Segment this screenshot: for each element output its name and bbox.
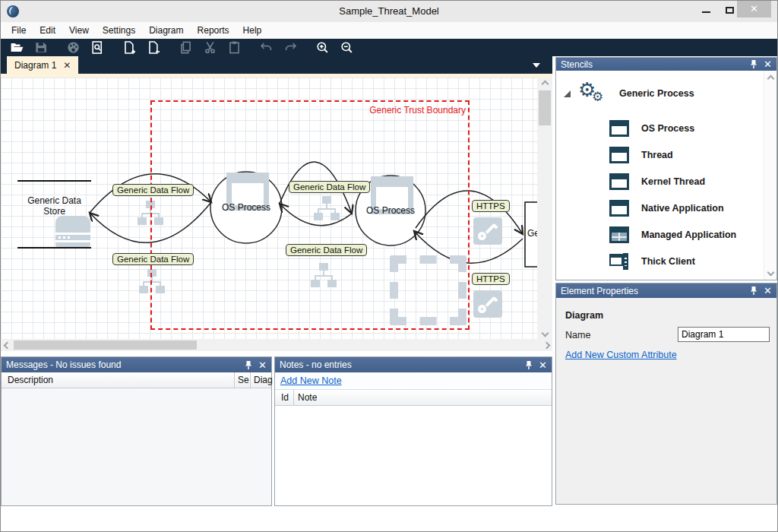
canvas-vertical-scrollbar[interactable] — [537, 78, 552, 339]
element-properties-panel: Element Properties ✕ Diagram Name Add Ne… — [555, 283, 777, 505]
close-panel-icon[interactable]: ✕ — [764, 59, 772, 69]
stencil-item-os-process[interactable]: OS Process — [609, 117, 694, 140]
menu-view[interactable]: View — [62, 25, 96, 36]
menu-edit[interactable]: Edit — [33, 25, 62, 36]
scroll-down-icon[interactable] — [764, 266, 776, 278]
vertical-scroll-thumb[interactable] — [539, 90, 551, 125]
tab-list-dropdown-icon[interactable] — [533, 63, 540, 68]
stencil-item-browser-client[interactable]: Browser Client — [609, 277, 708, 280]
tab-close-icon[interactable]: ✕ — [63, 60, 71, 71]
tree-expander-icon[interactable] — [564, 90, 571, 97]
zoom-out-icon[interactable] — [338, 40, 355, 55]
window-title: Sample_Threat_Model — [1, 5, 777, 17]
external-entity-label[interactable]: Ge — [527, 228, 537, 239]
diagram-name-input[interactable] — [678, 327, 770, 342]
tab-strip: Diagram 1 ✕ — [1, 56, 552, 74]
menu-diagram[interactable]: Diagram — [142, 25, 190, 36]
stencil-item-thread[interactable]: Thread — [609, 144, 673, 166]
canvas-horizontal-scrollbar[interactable] — [1, 339, 552, 351]
scroll-up-icon[interactable] — [764, 72, 776, 84]
notes-column-header: Id Note — [275, 390, 552, 406]
data-flow-label[interactable]: Generic Data Flow — [289, 181, 370, 193]
menu-reports[interactable]: Reports — [191, 25, 236, 36]
scroll-down-icon[interactable] — [539, 327, 551, 339]
scroll-up-icon[interactable] — [539, 78, 551, 90]
element-properties-title: Element Properties — [561, 286, 744, 296]
notes-panel-title: Notes - no entries — [280, 359, 519, 370]
data-store-label[interactable]: Generic Data Store — [17, 195, 91, 217]
window-icon — [609, 147, 629, 163]
undo-icon[interactable] — [258, 40, 274, 55]
scroll-left-icon[interactable] — [1, 339, 13, 351]
os-process-label-right[interactable]: OS Process — [355, 205, 426, 216]
zoom-in-icon[interactable] — [314, 40, 330, 55]
stencil-group-generic-process[interactable]: ⚙⚙ Generic Process — [556, 77, 776, 110]
stencil-item-thick-client[interactable]: Thick Client — [609, 250, 695, 273]
maximize-icon[interactable] — [726, 7, 734, 14]
messages-column-header: Description Se Diag — [2, 372, 271, 388]
column-note[interactable]: Note — [298, 392, 317, 403]
menu-settings[interactable]: Settings — [96, 25, 142, 36]
close-panel-icon[interactable]: ✕ — [764, 286, 772, 296]
open-file-icon[interactable] — [8, 40, 25, 55]
save-file-icon[interactable] — [33, 40, 49, 55]
notes-panel: Notes - no entries ✕ Add New Note Id Not… — [274, 356, 552, 506]
menu-file[interactable]: File — [1, 25, 33, 36]
paste-icon[interactable] — [226, 40, 242, 55]
cut-icon[interactable] — [201, 40, 218, 55]
tab-label: Diagram 1 — [14, 60, 56, 71]
app-window: Sample_Threat_Model ✕ File Edit View Set… — [0, 0, 778, 532]
stencils-scrollbar[interactable] — [764, 71, 776, 280]
column-severity[interactable]: Se — [238, 375, 249, 385]
data-flow-label[interactable]: Generic Data Flow — [286, 244, 367, 256]
data-flow-label[interactable]: Generic Data Flow — [112, 184, 194, 196]
tab-diagram-1[interactable]: Diagram 1 ✕ — [7, 56, 78, 74]
https-key-watermark-icon — [473, 217, 502, 245]
element-properties-header: Element Properties ✕ — [556, 283, 776, 298]
column-description[interactable]: Description — [8, 375, 53, 385]
stencil-item-native-application[interactable]: Native Application — [609, 197, 724, 220]
pin-icon[interactable] — [750, 286, 757, 296]
pin-icon[interactable] — [525, 360, 533, 370]
redo-icon[interactable] — [282, 40, 299, 55]
add-diagram-page-icon[interactable] — [121, 40, 138, 55]
reports-palette-icon[interactable] — [65, 40, 81, 55]
https-flow-label[interactable]: HTTPS — [472, 200, 510, 212]
column-diagram[interactable]: Diag — [254, 375, 273, 385]
horizontal-scroll-thumb[interactable] — [14, 340, 197, 350]
add-custom-attribute-link[interactable]: Add New Custom Attribute — [565, 350, 677, 360]
stencil-item-managed-application[interactable]: Managed Application — [609, 223, 736, 246]
pin-icon[interactable] — [750, 59, 757, 69]
scroll-right-icon[interactable] — [540, 339, 552, 351]
close-window-button[interactable]: ✕ — [737, 1, 771, 17]
copy-icon[interactable] — [177, 40, 194, 55]
monitor-tower-icon — [609, 253, 629, 270]
remove-diagram-page-icon[interactable] — [145, 40, 162, 55]
notes-panel-header: Notes - no entries ✕ — [275, 357, 552, 372]
window-bottom-strip — [1, 507, 777, 532]
diagram-canvas[interactable]: Generic Trust Boundary Generic Data Stor… — [1, 78, 537, 339]
gears-icon: ⚙⚙ — [578, 80, 609, 107]
column-id[interactable]: Id — [281, 392, 289, 403]
name-field-label: Name — [565, 330, 590, 340]
validate-diagram-icon[interactable] — [89, 40, 106, 55]
window-globe-icon — [609, 226, 629, 243]
messages-panel-header: Messages - No issues found ✕ — [2, 357, 271, 372]
add-note-row: Add New Note — [275, 372, 552, 390]
stencils-tree: ⚙⚙ Generic Process OS Process Thread Ker… — [556, 71, 776, 280]
window-icon — [609, 200, 629, 217]
messages-panel: Messages - No issues found ✕ Description… — [1, 356, 272, 506]
menu-bar: File Edit View Settings Diagram Reports … — [1, 22, 777, 39]
selected-element-type: Diagram — [565, 310, 603, 321]
close-panel-icon[interactable]: ✕ — [539, 360, 547, 370]
https-flow-label[interactable]: HTTPS — [472, 273, 510, 285]
minimize-icon[interactable] — [702, 11, 710, 13]
close-panel-icon[interactable]: ✕ — [258, 360, 267, 370]
https-key-watermark-icon — [473, 290, 502, 318]
data-flow-label[interactable]: Generic Data Flow — [112, 253, 194, 265]
menu-help[interactable]: Help — [236, 25, 269, 36]
stencil-item-kernel-thread[interactable]: Kernel Thread — [609, 170, 705, 193]
pin-icon[interactable] — [245, 360, 252, 370]
add-new-note-link[interactable]: Add New Note — [280, 375, 342, 386]
os-process-label-left[interactable]: OS Process — [210, 202, 282, 213]
